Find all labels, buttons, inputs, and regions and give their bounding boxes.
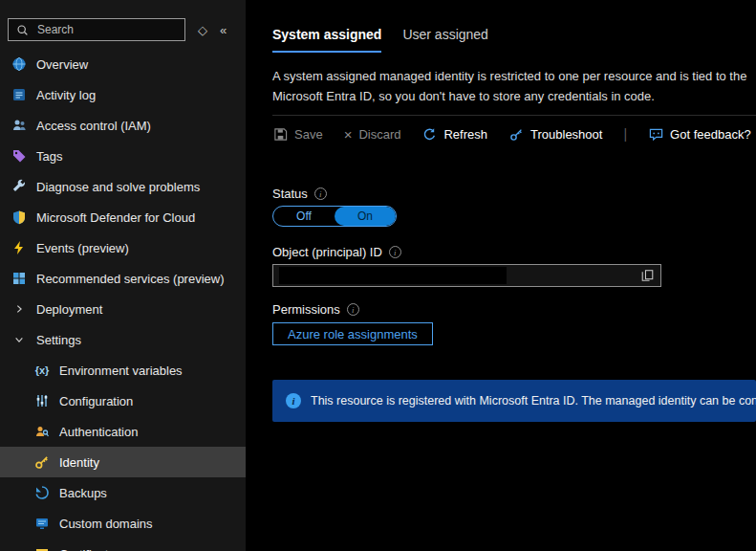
permissions-info-icon[interactable]: i bbox=[347, 303, 359, 316]
sidebar-item-label: Identity bbox=[59, 455, 99, 470]
sidebar-item-label: Recommended services (preview) bbox=[36, 272, 225, 286]
toolbar-divider: | bbox=[623, 126, 627, 142]
sidebar-item-label: Deployment bbox=[36, 302, 102, 317]
refresh-icon bbox=[421, 126, 437, 142]
toggle-off-option[interactable]: Off bbox=[273, 207, 335, 226]
globe-icon bbox=[11, 56, 27, 72]
command-bar: Save × Discard Refresh Troubleshoot | Go… bbox=[272, 115, 756, 152]
sidebar-item-label: Environment variables bbox=[59, 364, 183, 378]
backup-icon bbox=[34, 485, 50, 500]
banner-text: This resource is registered with Microso… bbox=[311, 394, 756, 408]
sidebar-item-label: Backups bbox=[59, 486, 107, 500]
sidebar-item-activity-log[interactable]: Activity log bbox=[0, 79, 246, 110]
copy-icon bbox=[639, 268, 655, 283]
description-line-1: A system assigned managed identity is re… bbox=[272, 66, 756, 86]
sidebar-item-label: Overview bbox=[36, 57, 88, 72]
main-content: System assigned User assigned A system a… bbox=[246, 0, 756, 551]
sidebar-item-label: Settings bbox=[36, 333, 81, 347]
wrench-icon bbox=[11, 179, 27, 194]
sliders-icon bbox=[34, 393, 50, 408]
grid-icon bbox=[11, 271, 27, 286]
object-id-label: Object (principal) ID i bbox=[272, 245, 401, 259]
lightning-icon bbox=[11, 240, 27, 255]
sidebar-item-certificates[interactable]: Certificates bbox=[0, 539, 246, 551]
save-icon bbox=[272, 126, 288, 142]
search-box[interactable] bbox=[8, 18, 185, 41]
chevron-right-icon bbox=[11, 301, 27, 317]
sidebar-item-label: Diagnose and solve problems bbox=[36, 180, 200, 194]
domain-globe-icon bbox=[34, 516, 50, 531]
sidebar-item-identity[interactable]: Identity bbox=[0, 447, 246, 477]
tab-user-assigned[interactable]: User assigned bbox=[402, 27, 488, 53]
pin-icon[interactable]: ◇ bbox=[198, 24, 207, 36]
banner-info-icon: i bbox=[286, 393, 301, 408]
braces-icon: {x} bbox=[34, 363, 50, 378]
sidebar-item-settings[interactable]: Settings bbox=[0, 324, 246, 355]
sidebar-item-label: Authentication bbox=[59, 425, 138, 439]
activity-log-icon bbox=[11, 87, 27, 102]
troubleshoot-key-icon bbox=[508, 126, 524, 142]
status-toggle[interactable]: Off On bbox=[272, 206, 397, 227]
refresh-button[interactable]: Refresh bbox=[421, 126, 487, 142]
sidebar-item-events[interactable]: Events (preview) bbox=[0, 232, 246, 263]
toggle-on-option[interactable]: On bbox=[335, 207, 396, 226]
tag-icon bbox=[11, 148, 27, 164]
troubleshoot-button[interactable]: Troubleshoot bbox=[508, 126, 602, 142]
sidebar-item-label: Certificates bbox=[59, 547, 121, 551]
copy-button[interactable] bbox=[639, 268, 655, 283]
sidebar-item-label: Activity log bbox=[36, 88, 96, 102]
redacted-object-id-value bbox=[279, 267, 507, 284]
sidebar-item-label: Events (preview) bbox=[36, 241, 129, 255]
sidebar-item-label: Access control (IAM) bbox=[36, 119, 151, 133]
sidebar-item-diagnose[interactable]: Diagnose and solve problems bbox=[0, 171, 246, 202]
sidebar-item-label: Tags bbox=[36, 149, 62, 164]
identity-tabs: System assigned User assigned bbox=[272, 27, 488, 53]
sidebar-item-label: Configuration bbox=[59, 394, 133, 408]
discard-x-icon: × bbox=[344, 127, 353, 142]
sidebar-item-deployment[interactable]: Deployment bbox=[0, 294, 246, 324]
collapse-menu-icon[interactable]: « bbox=[220, 24, 227, 36]
chevron-down-icon bbox=[11, 332, 27, 347]
sidebar-item-defender[interactable]: Microsoft Defender for Cloud bbox=[0, 202, 246, 232]
info-banner: i This resource is registered with Micro… bbox=[272, 380, 756, 422]
tab-system-assigned[interactable]: System assigned bbox=[272, 27, 381, 53]
sidebar-item-custom-domains[interactable]: Custom domains bbox=[0, 508, 246, 539]
sidebar-item-overview[interactable]: Overview bbox=[0, 49, 246, 79]
sidebar-nav: Overview Activity log Access control (IA… bbox=[0, 49, 246, 551]
shield-icon bbox=[11, 209, 27, 225]
key-icon bbox=[34, 454, 50, 470]
search-icon bbox=[14, 22, 30, 37]
object-id-field[interactable] bbox=[272, 264, 661, 287]
description-line-2: Microsoft Entra ID, so you don't have to… bbox=[272, 86, 756, 106]
permissions-label: Permissions i bbox=[272, 302, 359, 317]
description-text: A system assigned managed identity is re… bbox=[272, 66, 756, 106]
sidebar-item-backups[interactable]: Backups bbox=[0, 477, 246, 508]
sidebar-item-recommended-services[interactable]: Recommended services (preview) bbox=[0, 263, 246, 294]
sidebar-item-tags[interactable]: Tags bbox=[0, 141, 246, 171]
sidebar-item-environment-variables[interactable]: {x} Environment variables bbox=[0, 355, 246, 386]
sidebar-item-label: Custom domains bbox=[59, 517, 153, 531]
people-icon bbox=[11, 118, 27, 133]
search-input[interactable] bbox=[35, 22, 179, 37]
sidebar-item-authentication[interactable]: Authentication bbox=[0, 416, 246, 447]
person-key-icon bbox=[34, 424, 50, 439]
azure-role-assignments-button[interactable]: Azure role assignments bbox=[272, 322, 433, 345]
sidebar-item-label: Microsoft Defender for Cloud bbox=[36, 210, 195, 225]
status-info-icon[interactable]: i bbox=[314, 187, 327, 200]
sidebar-item-configuration[interactable]: Configuration bbox=[0, 386, 246, 416]
certificate-icon bbox=[34, 546, 50, 551]
object-id-info-icon[interactable]: i bbox=[389, 246, 401, 258]
feedback-button[interactable]: Got feedback? bbox=[648, 126, 751, 142]
sidebar-search-row: ◇ « bbox=[0, 0, 246, 41]
save-button[interactable]: Save bbox=[272, 126, 323, 142]
status-label: Status i bbox=[272, 187, 327, 201]
resource-sidebar: ◇ « Overview Activity log Access control… bbox=[0, 0, 246, 551]
sidebar-item-access-control[interactable]: Access control (IAM) bbox=[0, 110, 246, 141]
feedback-icon bbox=[648, 126, 663, 142]
discard-button[interactable]: × Discard bbox=[344, 127, 401, 142]
